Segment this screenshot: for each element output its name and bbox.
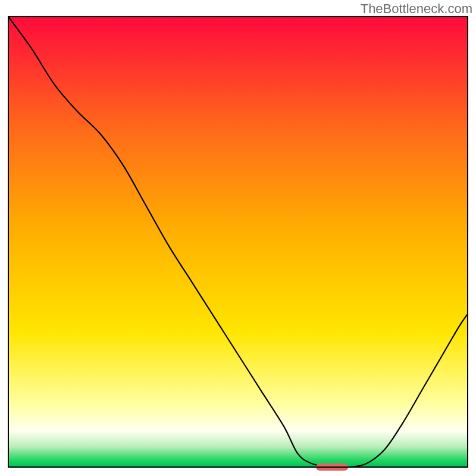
- gradient-background: [8, 17, 468, 467]
- bottleneck-chart: [0, 0, 476, 476]
- chart-container: TheBottleneck.com: [0, 0, 476, 476]
